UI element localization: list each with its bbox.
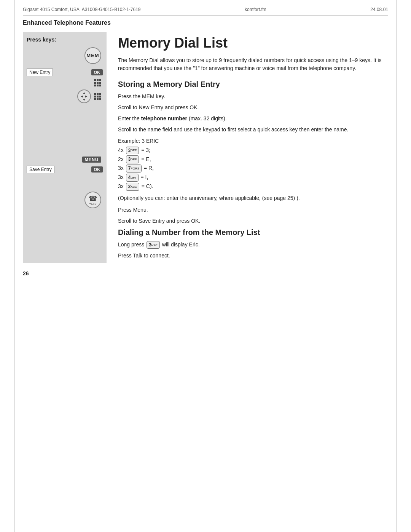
key-3-def-dialing: 3DEF (147, 241, 160, 249)
menu-badge-row: MENU (27, 157, 103, 163)
nav-keypad-row: ▲ ◄ ► ▼ (27, 89, 103, 103)
header-left: Gigaset 4015 Comfort, USA, A31008-G4015-… (23, 7, 141, 12)
keypad-icon-2 (94, 93, 101, 100)
page-header: Gigaset 4015 Comfort, USA, A31008-G4015-… (0, 0, 411, 15)
enter-number-suffix: (max. 32 digits). (189, 115, 227, 121)
example-block: Example: 3 ERIC 4x 3DEF = 3; 2x 3DEF = E… (118, 137, 388, 191)
keypad-icon-1 (94, 79, 101, 86)
key-4-ghi: 4GHI (126, 174, 139, 182)
long-press-start: Long press (118, 241, 146, 248)
new-entry-row: New Entry OK (27, 69, 103, 76)
save-entry-row: Save Entry OK (27, 166, 103, 173)
optional-text: (Optionally you can: enter the anniversa… (118, 194, 388, 202)
header-center: komfort.fm (245, 7, 266, 12)
right-column: Memory Dial List The Memory Dial allows … (114, 32, 388, 263)
mem-key-1: MEM (84, 47, 101, 64)
ok-badge-new: OK (91, 69, 103, 75)
talk-key-row: ☎ TALK (27, 192, 103, 208)
enter-number-prefix: Enter the (118, 115, 140, 121)
page-footer: 26 (0, 263, 411, 284)
section-heading: Enhanced Telephone Features (23, 19, 388, 28)
long-press-instruction: Long press 3DEF will display Eric. (118, 241, 388, 249)
scroll-name-instruction: Scroll to the name field and use the key… (118, 126, 388, 134)
storing-title: Storing a Memory Dial Entry (118, 80, 388, 89)
save-entry-instruction: Scroll to Save Entry and press OK. (118, 217, 388, 225)
example-line-3: 3x 7PQRS = R, (118, 164, 388, 173)
key-3-def-2: 3DEF (126, 155, 139, 163)
intro-text: The Memory Dial allows you to store up t… (118, 56, 388, 72)
example-line-1: 4x 3DEF = 3; (118, 146, 388, 155)
mem-key-row-1: MEM (27, 47, 103, 64)
menu-badge: MENU (82, 157, 101, 163)
left-column: Press keys: MEM New Entry OK (23, 32, 107, 263)
example-line-2: 2x 3DEF = E, (118, 155, 388, 164)
press-mem-instruction: Press the MEM key. (118, 93, 388, 101)
key-7-pqrs: 7PQRS (126, 165, 142, 173)
nav-key: ▲ ◄ ► ▼ (77, 89, 91, 103)
example-line-4: 3x 4GHI = I, (118, 173, 388, 182)
example-label: Example: 3 ERIC (118, 137, 388, 146)
enter-number-instruction: Enter the telephone number (max. 32 digi… (118, 115, 388, 123)
talk-key: ☎ TALK (84, 192, 101, 208)
key-3-def-1: 3DEF (126, 147, 139, 155)
press-menu-instruction: Press Menu. (118, 206, 388, 214)
page-number: 26 (23, 270, 29, 276)
save-entry-label: Save Entry (27, 166, 54, 173)
long-press-end: will display Eric. (162, 241, 200, 248)
key-2-abc: 2ABC (126, 183, 139, 191)
main-content: Press keys: MEM New Entry OK (0, 32, 411, 263)
spacer-example (27, 107, 103, 157)
header-right: 24.08.01 (370, 7, 388, 12)
telephone-number-bold: telephone number (141, 115, 187, 121)
press-talk-instruction: Press Talk to connect. (118, 252, 388, 260)
dialing-title: Dialing a Number from the Memory List (118, 228, 388, 237)
section-heading-area: Enhanced Telephone Features (0, 16, 411, 28)
new-entry-label: New Entry (27, 69, 53, 76)
keypad-icon-row-1 (27, 79, 103, 86)
new-entry-instruction: Scroll to New Entry and press OK. (118, 104, 388, 112)
ok-badge-save: OK (91, 166, 103, 173)
press-keys-label: Press keys: (27, 37, 103, 43)
example-line-5: 3x 2ABC = C). (118, 182, 388, 191)
page-title: Memory Dial List (118, 35, 388, 51)
